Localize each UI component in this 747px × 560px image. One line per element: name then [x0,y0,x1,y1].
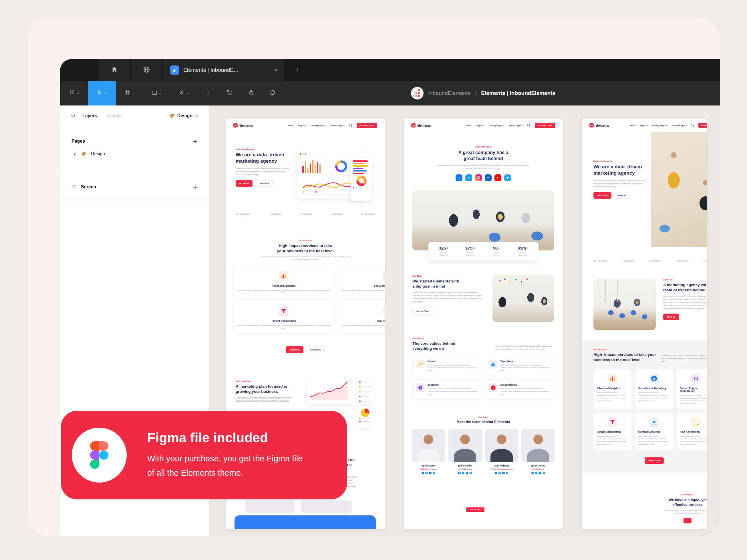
member-photo [448,429,482,462]
stats-card: 325+ ClientsWorldwide 975+ ProjectsCompl… [428,242,539,260]
figma-logo-icon [69,90,75,97]
tab-layers[interactable]: Layers [82,113,97,118]
breadcrumb: InboundElements / Elements | InboundElem… [411,81,556,105]
text-tool[interactable] [197,81,219,105]
chevron-down-icon [159,91,162,94]
service-card: Content MarketingLorem ipsum dolor sit a… [635,413,673,450]
youtube-icon: ▶ [494,175,501,181]
move-tool-selected[interactable] [88,81,116,105]
chevron-down-icon [186,91,189,94]
page-dropdown[interactable]: Design [170,113,197,118]
hero-eyebrow: Marketing Agency [593,160,651,162]
stat-team: 50+ TeamMembers [483,245,510,257]
linkedin-icon: in [485,175,492,181]
purchase-theme-button: Purchase Theme [698,123,707,128]
value-card: ✓ AccountabilityLorem ipsum dolor sit am… [485,379,554,400]
close-tab-icon[interactable]: × [274,67,278,73]
values-eyebrow: Our Values [412,337,455,339]
learn-more-button: Learn More [255,180,273,187]
about-us-button: About us [614,192,629,199]
banner-title: Figma file included [147,430,303,445]
stat-projects: 975+ ProjectsCompleted [457,245,484,257]
add-screen-button[interactable]: + [193,183,197,191]
chevron-down-icon [104,91,107,94]
hand-tool[interactable] [240,81,262,105]
service-card: Advanced AnalyticsLorem ipsum dolor sit … [593,369,632,409]
client-logos: ◆◆company ∷Company ■company ●Company ▶Co… [582,260,707,262]
frame-tool[interactable] [116,81,143,105]
page-item-label: Design [91,151,105,156]
search-icon [527,124,531,127]
about-hero-section: About the Team A great company has agrea… [404,132,563,181]
company-logo: ■company [300,213,312,215]
text-icon [205,90,211,97]
breadcrumb-org[interactable]: InboundElements [428,90,470,96]
main-menu-button[interactable] [60,81,88,105]
globe-icon [143,66,150,75]
shape-tool[interactable] [143,81,170,105]
page-item-design[interactable]: ✓ Design [60,151,209,156]
placeholder-block [301,500,352,513]
get-started-button: Get Started [286,346,304,353]
new-tab-button[interactable]: + [284,59,310,81]
our-values-section: Our Values The core values behindeveryth… [404,337,563,400]
org-avatar[interactable] [411,87,423,100]
dashboard-illustration [297,150,368,199]
tab-assets[interactable]: Assets [107,113,122,118]
purchase-theme-button: Purchase Theme [535,123,556,128]
community-button[interactable] [131,59,162,81]
plan-eyebrow: Marketing Plan [236,380,303,382]
artboard-about-team[interactable]: </>elements Home Pages Landing Pages Sys… [404,118,563,529]
nav-home: Home [288,124,293,126]
site-logo: </> elements [233,123,253,128]
nav-pages: Pages [640,124,647,126]
twitter-icon: t [465,175,472,181]
home-button[interactable] [99,59,130,81]
tab-bar: Elements | InboundE... × + [60,59,720,81]
add-page-button[interactable]: + [193,137,197,145]
breadcrumb-file-name[interactable]: Elements | InboundElements [481,90,556,96]
company-logo: ∷Company [268,213,281,215]
plan-paragraph: Lorem ipsum dolor sit amet, consectetur … [236,397,300,402]
nav-pages: Pages [298,124,306,126]
divider [236,224,375,224]
company-logo: ▶Company [702,260,707,262]
team-photo [412,190,554,250]
about-paragraph: Lorem ipsum dolor sit amet, consectetur … [436,164,531,170]
about-paragraph: Lorem ipsum dolor sit amet, consectetur … [663,295,707,311]
breadcrumb-separator: / [475,90,476,96]
accountability-check-icon: ✓ [489,383,497,392]
site-header: </>elements Home Pages Landing Pages Sys… [404,118,563,132]
comment-tool[interactable] [262,81,283,105]
member-photo [412,429,445,462]
tabbar-spacer [60,59,98,81]
components-icon [227,90,232,97]
nav-system-pages: System Pages [330,124,345,126]
value-card: GrowthLorem ipsum dolor sit amet, consec… [412,356,482,376]
artboard-agency[interactable]: </>elements Home Pages Landing Pages Sys… [582,118,707,529]
funnel-icon [608,417,617,427]
comment-icon [270,90,276,97]
about-us-section: About Us A marketing agency witteam of e… [582,279,707,330]
figma-file-banner: Figma file included With your purchase, … [61,411,347,499]
file-tab[interactable]: Elements | InboundE... × [163,59,284,81]
resources-tool[interactable] [219,81,240,105]
nav-landing-pages: Landing Pages [311,124,326,126]
hero-section: Marketing Agency We are a data–drivenmar… [226,132,385,199]
layer-item-screen[interactable]: Screen + [60,175,209,199]
our-team-section: Our Team Meet the team behind Elements J… [404,416,563,474]
panel-tabs: Layers Assets Design [60,105,209,126]
value-card: ExecutionLorem ipsum dolor sit amet, con… [412,379,482,400]
pen-tool[interactable] [170,81,197,105]
company-logo: ●Company [675,260,688,262]
search-icon [691,124,694,127]
growth-icon [416,360,425,369]
search-icon[interactable] [71,113,76,118]
team-heading: Meet the team behind Elements [404,420,563,424]
check-icon: ✓ [73,151,77,156]
service-card: Advanced AnalyticsLorem ipsum dolor sit … [233,267,334,298]
chevron-down-icon [305,124,306,126]
chevron-down-icon [344,124,345,126]
about-eyebrow: About the Team [404,146,563,148]
story-paragraph: Lorem ipsum dolor sit amet, consectetur … [412,291,484,303]
